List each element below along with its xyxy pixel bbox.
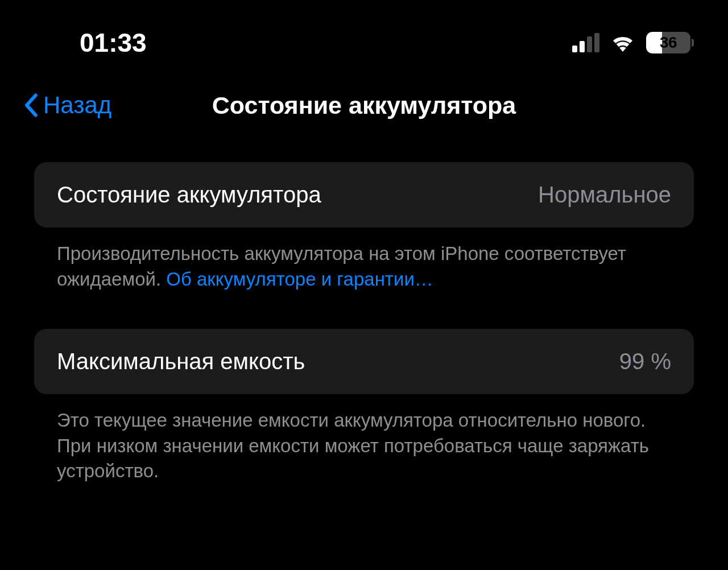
battery-percent: 36 — [660, 34, 677, 52]
battery-condition-footer: Производительность аккумулятора на этом … — [34, 228, 694, 292]
battery-condition-value: Нормальное — [538, 182, 671, 208]
cellular-signal-icon — [572, 33, 599, 52]
back-label: Назад — [43, 92, 111, 119]
content: Состояние аккумулятора Нормальное Произв… — [0, 142, 728, 484]
wifi-icon — [610, 32, 636, 53]
max-capacity-value: 99 % — [619, 349, 671, 374]
battery-condition-row[interactable]: Состояние аккумулятора Нормальное — [34, 162, 694, 228]
battery-indicator: 36 — [646, 32, 694, 53]
battery-warranty-link[interactable]: Об аккумуляторе и гарантии… — [166, 269, 433, 290]
status-bar: 01:33 36 — [0, 0, 728, 74]
status-right: 36 — [572, 32, 694, 53]
page-title: Состояние аккумулятора — [212, 92, 516, 119]
max-capacity-footer: Это текущее значение емкости аккумулятор… — [34, 394, 694, 484]
battery-condition-label: Состояние аккумулятора — [57, 182, 321, 208]
max-capacity-label: Максимальная емкость — [57, 349, 305, 374]
chevron-left-icon — [23, 93, 39, 117]
back-button[interactable]: Назад — [23, 92, 111, 119]
status-time: 01:33 — [80, 27, 147, 58]
max-capacity-row[interactable]: Максимальная емкость 99 % — [34, 329, 694, 394]
navigation-bar: Назад Состояние аккумулятора — [0, 74, 728, 142]
max-capacity-footer-text: Это текущее значение емкости аккумулятор… — [57, 410, 649, 481]
